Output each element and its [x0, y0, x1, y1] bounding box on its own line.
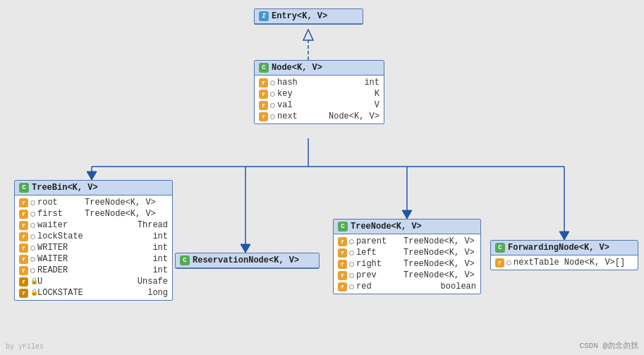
field-badge-lock: f: [19, 289, 28, 298]
access-dot: [270, 103, 275, 108]
treebin-field-waiter: f waiter Thread: [15, 219, 172, 231]
svg-marker-2: [303, 30, 313, 40]
treebin-field-reader: f READER int: [15, 265, 172, 276]
field-badge: f: [259, 101, 268, 110]
reservation-box: C ReservationNode<K, V>: [175, 253, 320, 269]
reservation-header: C ReservationNode<K, V>: [176, 253, 319, 268]
treenode-header: C TreeNode<K, V>: [334, 219, 480, 234]
forwarding-title: ForwardingNode<K, V>: [508, 243, 609, 253]
access-dot: [30, 212, 35, 217]
node-body: f hash int f key K f val V f next: [255, 76, 384, 124]
forwarding-header: C ForwardingNode<K, V>: [491, 241, 638, 255]
access-dot: [270, 92, 275, 97]
access-dot: [349, 284, 354, 289]
node-field-next: f next Node<K, V>: [255, 111, 384, 122]
field-badge: f: [338, 248, 347, 258]
watermark: CSDN @勿念勿扰: [579, 340, 638, 351]
forwarding-body: f nextTable Node<K, V>[]: [491, 255, 638, 270]
access-dot: [30, 234, 35, 239]
diagram: I Entry<K, V> C Node<K, V> f hash int f …: [0, 0, 644, 355]
svg-marker-10: [402, 210, 412, 219]
treebin-badge: C: [19, 183, 29, 193]
access-dot: [30, 257, 35, 262]
access-dot: [30, 246, 35, 251]
node-field-hash: f hash int: [255, 77, 384, 88]
forwarding-field-nexttable: f nextTable Node<K, V>[]: [491, 257, 638, 268]
treebin-field-writer: f WRITER int: [15, 242, 172, 253]
reservation-title: ReservationNode<K, V>: [193, 255, 299, 265]
access-dot: [349, 239, 354, 244]
treenode-title: TreeNode<K, V>: [351, 222, 422, 231]
node-header: C Node<K, V>: [255, 61, 384, 76]
entry-header: I Entry<K, V>: [255, 9, 363, 24]
access-dot: [506, 260, 511, 265]
node-title: Node<K, V>: [272, 63, 322, 73]
treebin-field-first: f first TreeNode<K, V>: [15, 208, 172, 219]
node-badge: C: [259, 63, 269, 73]
entry-badge: I: [259, 11, 269, 21]
field-badge: f: [19, 243, 28, 253]
treenode-field-red: f red boolean: [334, 281, 480, 292]
forwarding-box: C ForwardingNode<K, V> f nextTable Node<…: [490, 240, 638, 270]
forwarding-badge: C: [495, 243, 505, 253]
field-badge: f: [19, 221, 28, 230]
treenode-box: C TreeNode<K, V> f parent TreeNode<K, V>…: [333, 219, 481, 294]
field-badge: f: [338, 260, 347, 269]
svg-marker-8: [241, 244, 250, 253]
field-badge: f: [495, 258, 504, 267]
treebin-field-u: f 🔒 U Unsafe: [15, 276, 172, 287]
field-badge: f: [338, 271, 347, 280]
treebin-title: TreeBin<K, V>: [32, 183, 98, 193]
access-dot: [270, 114, 275, 119]
field-badge: f: [338, 237, 347, 246]
field-badge: f: [259, 90, 268, 99]
treenode-badge: C: [338, 222, 348, 231]
treebin-body: f root TreeNode<K, V> f first TreeNode<K…: [15, 195, 172, 300]
node-field-val: f val V: [255, 100, 384, 111]
field-badge: f: [19, 210, 28, 219]
field-badge: f: [338, 282, 347, 291]
access-dot: [349, 273, 354, 278]
access-dot: [30, 223, 35, 228]
treenode-field-prev: f prev TreeNode<K, V>: [334, 270, 480, 281]
field-badge: f: [259, 112, 268, 121]
access-dot: [30, 268, 35, 273]
treenode-field-parent: f parent TreeNode<K, V>: [334, 236, 480, 247]
entry-box: I Entry<K, V>: [254, 8, 363, 25]
node-box: C Node<K, V> f hash int f key K f val V: [254, 60, 384, 124]
treebin-field-root: f root TreeNode<K, V>: [15, 197, 172, 208]
field-badge: f: [259, 78, 268, 88]
treebin-field-waiter2: f WAITER int: [15, 253, 172, 265]
access-dot: [349, 251, 354, 255]
node-field-key: f key K: [255, 88, 384, 100]
entry-title: Entry<K, V>: [272, 11, 327, 21]
field-badge: f: [19, 232, 28, 241]
svg-marker-6: [87, 172, 97, 180]
treebin-box: C TreeBin<K, V> f root TreeNode<K, V> f …: [14, 180, 173, 301]
field-badge: f: [19, 255, 28, 264]
treebin-field-lockstate: f lockState int: [15, 231, 172, 242]
access-dot: [30, 200, 35, 205]
treebin-header: C TreeBin<K, V>: [15, 181, 172, 195]
treenode-field-right: f right TreeNode<K, V>: [334, 258, 480, 270]
access-dot: [270, 80, 275, 85]
access-dot: [349, 262, 354, 267]
treenode-field-left: f left TreeNode<K, V>: [334, 247, 480, 258]
lock-dot: 🔒: [30, 279, 35, 284]
treebin-field-lockstate2: f 🔒 LOCKSTATE long: [15, 287, 172, 299]
treenode-body: f parent TreeNode<K, V> f left TreeNode<…: [334, 234, 480, 294]
field-badge: f: [19, 198, 28, 207]
lock-dot: 🔒: [30, 291, 35, 296]
credit: by yFiles: [6, 343, 44, 351]
arrows-svg: [0, 0, 644, 355]
field-badge: f: [19, 266, 28, 275]
field-badge-lock: f: [19, 277, 28, 287]
reservation-badge: C: [180, 255, 190, 265]
svg-marker-12: [559, 231, 569, 240]
